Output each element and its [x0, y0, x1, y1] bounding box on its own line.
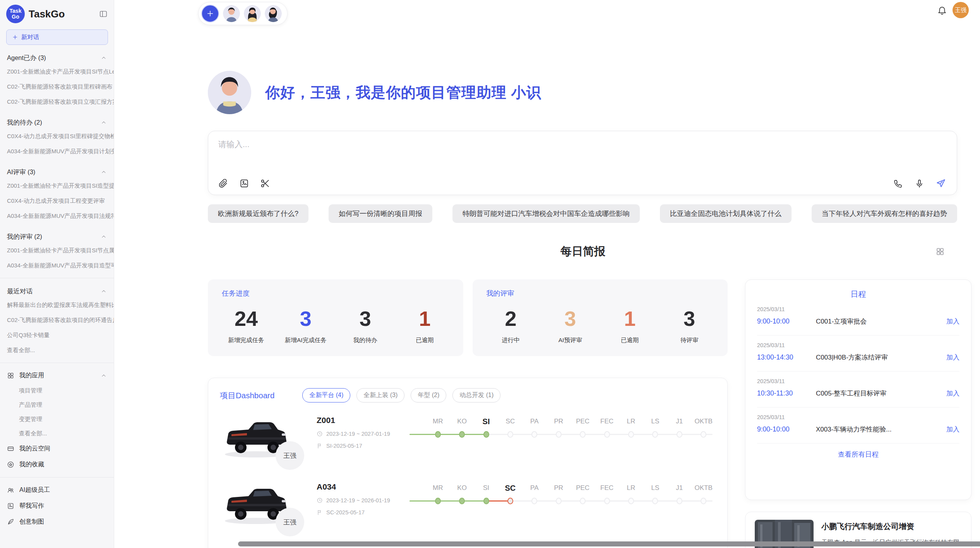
insert-image-icon[interactable] — [239, 178, 249, 188]
join-meeting-link[interactable]: 加入 — [946, 317, 959, 326]
assistant-avatar — [208, 71, 251, 114]
agent-avatar-1[interactable] — [223, 5, 240, 22]
clock-icon — [317, 497, 323, 503]
stat: 2进行中 — [488, 307, 534, 344]
notification-bell-icon[interactable] — [937, 5, 947, 15]
schedule-item: 2025/03/11 9:00-10:00C001-立项审批会加入 — [757, 300, 959, 336]
stat-cards: 任务进度 24新增完成任务 3新增AI完成任务 3我的待办 1已逾期 我的评审 … — [208, 279, 728, 356]
my-cloud-space-label: 我的云空间 — [19, 445, 50, 453]
milestone: PA — [523, 483, 547, 527]
app-logo: TaskGo — [6, 5, 25, 23]
milestone: SI — [474, 483, 498, 527]
app-link-change-mgmt[interactable]: 变更管理 — [0, 412, 114, 426]
screenshot-scissors-icon[interactable] — [260, 178, 270, 188]
sidebar-item[interactable]: C02-飞腾新能源轻客改款项目立项汇报方案 — [0, 94, 114, 110]
chevron-up-icon — [101, 120, 107, 126]
tab-powertrain-dev[interactable]: 动总开发 (1) — [452, 388, 500, 402]
section-header-agent-done[interactable]: Agent已办 (3) — [0, 50, 114, 64]
sidebar-item[interactable]: Z001-全新燃油轻卡产品开发项目SI造型提交物评审 — [0, 178, 114, 194]
logo-line2: Go — [12, 14, 19, 20]
project-row-z001[interactable]: 王强 Z001 2023-12-19 ~ 2027-01-19 SI-2025-… — [220, 414, 716, 461]
agent-avatar-3[interactable] — [265, 5, 282, 22]
suggestion-chip[interactable]: 欧洲新规最近颁布了什么? — [208, 204, 308, 223]
project-row-a034[interactable]: 王强 A034 2023-12-19 ~ 2026-01-19 SC-2025-… — [220, 481, 716, 527]
agent-switcher — [198, 2, 288, 25]
tab-model-year[interactable]: 年型 (2) — [411, 388, 446, 402]
milestone: J1 — [667, 483, 691, 527]
my-cloud-space[interactable]: 我的云空间 — [0, 441, 114, 457]
task-progress-card: 任务进度 24新增完成任务 3新增AI完成任务 3我的待办 1已逾期 — [208, 279, 463, 356]
sidebar-item[interactable]: C02-飞腾新能源轻客改款项目里程碑画布 — [0, 79, 114, 94]
suggestion-chip[interactable]: 如何写一份清晰的项目周报 — [329, 204, 432, 223]
apps-view-all[interactable]: 查看全部... — [0, 426, 114, 441]
milestone-dot — [604, 498, 610, 504]
creative-drawing[interactable]: 创意制图 — [0, 514, 114, 530]
microphone-icon[interactable] — [915, 179, 924, 188]
add-agent-button[interactable] — [201, 5, 219, 22]
sidebar-item[interactable]: Z001-全新燃油轻卡产品开发项目SI节点属性5D文件评审 — [0, 243, 114, 258]
grid-icon — [7, 372, 14, 379]
join-meeting-link[interactable]: 加入 — [946, 389, 959, 398]
milestone-timeline: MR KO SI SC PA PR PEC FEC LR LS J1 OKTB — [426, 483, 716, 527]
main-area: 王强 你好，王强，我是你的项目管理助理 小识 欧洲新规最近颁布了什么? 如何写一… — [114, 0, 980, 548]
recent-chat-item[interactable]: 解释最新出台的欧盟报废车法规再生塑料比例被调至15%... — [0, 298, 114, 313]
briefing-layout-grid-icon[interactable] — [935, 247, 945, 256]
user-avatar[interactable]: 王强 — [953, 2, 969, 18]
milestone: LR — [619, 483, 643, 527]
horizontal-scrollbar-thumb[interactable] — [238, 541, 980, 546]
recent-chat-item[interactable]: 公司Q3轻卡销量 — [0, 328, 114, 343]
milestone: MR — [426, 483, 450, 527]
new-chat-button[interactable]: 新对话 — [6, 29, 108, 45]
tab-new-platform[interactable]: 全新平台 (4) — [302, 388, 350, 402]
milestone: OKTB — [691, 483, 715, 527]
join-meeting-link[interactable]: 加入 — [946, 425, 959, 434]
chevron-up-icon — [101, 169, 107, 175]
send-icon[interactable] — [936, 178, 946, 188]
tab-new-upfit[interactable]: 全新上装 (3) — [356, 388, 404, 402]
milestone-dot — [556, 431, 562, 438]
sidebar-item[interactable]: A034-全新新能源MUV产品开发项目造型可行性评审 — [0, 258, 114, 273]
section-header-my-todo[interactable]: 我的待办 (2) — [0, 115, 114, 129]
milestone: LS — [643, 483, 667, 527]
suggestion-chip[interactable]: 比亚迪全固态电池计划具体说了什么 — [660, 204, 792, 223]
sidebar-item[interactable]: Z001-全新燃油皮卡产品开发项目SI节点Lesson Learn报告 — [0, 64, 114, 79]
join-meeting-link[interactable]: 加入 — [946, 353, 959, 362]
schedule-date: 2025/03/11 — [757, 378, 959, 384]
app-link-project-mgmt[interactable]: 项目管理 — [0, 384, 114, 398]
agent-avatar-2[interactable] — [244, 5, 261, 22]
milestone-dot — [556, 498, 562, 504]
section-header-my-review[interactable]: 我的评审 (2) — [0, 229, 114, 243]
my-favorites[interactable]: 我的收藏 — [0, 457, 114, 473]
milestone-dot — [701, 498, 706, 504]
sidebar: TaskGo TaskGo 新对话 Agent已办 (3) Z001-全新燃油皮… — [0, 0, 114, 548]
recent-view-all[interactable]: 查看全部... — [0, 343, 114, 358]
project-owner-avatar: 王强 — [276, 508, 304, 536]
ai-super-staff[interactable]: AI超级员工 — [0, 482, 114, 498]
chat-input[interactable] — [218, 138, 877, 167]
section-header-ai-review[interactable]: AI评审 (3) — [0, 164, 114, 178]
schedule-item: 2025/03/11 13:00-14:30C003|H0B-方案冻结评审加入 — [757, 336, 959, 372]
sidebar-item[interactable]: C0X4-动力总成开发项目SI里程碑提交物检查 — [0, 129, 114, 144]
my-apps-header[interactable]: 我的应用 — [0, 368, 114, 384]
voice-call-icon[interactable] — [893, 179, 903, 188]
suggestion-chip[interactable]: 特朗普可能对进口汽车增税会对中国车企造成哪些影响 — [452, 204, 640, 223]
stat: 1已逾期 — [402, 307, 447, 344]
view-all-schedule-link[interactable]: 查看所有日程 — [757, 450, 959, 459]
section-title: 我的待办 (2) — [7, 118, 42, 127]
milestone-dot — [435, 431, 441, 438]
help-me-write[interactable]: 帮我写作 — [0, 498, 114, 514]
recent-chat-item[interactable]: C02-飞腾新能源轻客改款项目的闭环通告反馈情况 — [0, 313, 114, 328]
sidebar-collapse-icon[interactable] — [99, 10, 108, 18]
sidebar-item[interactable]: A034-全新新能源MUV产品开发项目法规符合性评审 — [0, 209, 114, 224]
section-title: 最近对话 — [7, 287, 33, 296]
sidebar-item[interactable]: A034-全新新能源MUV产品开发项目计划变更表编写 — [0, 144, 114, 159]
sidebar-item[interactable]: C0X4-动力总成开发项目工程变更评审 — [0, 194, 114, 209]
suggestion-chip[interactable]: 当下年轻人对汽车外观有怎样的喜好趋势 — [812, 204, 957, 223]
milestone-dot — [677, 498, 682, 504]
divider — [0, 363, 114, 363]
attach-file-icon[interactable] — [218, 178, 228, 188]
clock-icon — [317, 431, 323, 437]
section-header-recent-chats[interactable]: 最近对话 — [0, 284, 114, 298]
app-link-product-mgmt[interactable]: 产品管理 — [0, 398, 114, 412]
logo-line1: Task — [10, 8, 22, 14]
